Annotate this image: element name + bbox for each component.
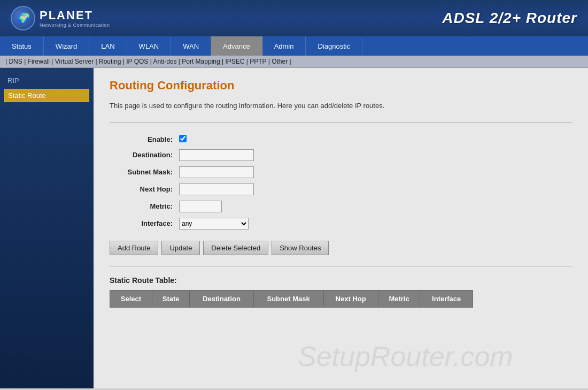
col-subnet-mask: Subnet Mask xyxy=(253,290,323,307)
subnav-ipqos[interactable]: IP QOS xyxy=(126,58,148,65)
watermark: SetupRouter.com xyxy=(298,340,513,372)
subnav-virtual-server[interactable]: Virtual Server xyxy=(55,58,94,65)
nav-admin[interactable]: Admin xyxy=(262,36,306,56)
subnav-other[interactable]: Other xyxy=(272,58,288,65)
header: 🌍 PLANET Networking & Communication ADSL… xyxy=(0,0,588,36)
metric-input[interactable] xyxy=(179,201,222,212)
subnav-firewall[interactable]: Firewall xyxy=(28,58,50,65)
main-nav: Status Wizard LAN WLAN WAN Advance Admin… xyxy=(0,36,588,56)
subnav-routing[interactable]: Routing xyxy=(99,58,121,65)
table-title: Static Route Table: xyxy=(110,276,572,285)
interface-label: Interface: xyxy=(110,215,179,232)
logo-text: PLANET Networking & Communication xyxy=(40,9,110,28)
sidebar: RIP Static Route xyxy=(0,68,94,388)
subnav-pptp[interactable]: PPTP xyxy=(250,58,266,65)
col-interface: Interface xyxy=(420,290,473,307)
update-button[interactable]: Update xyxy=(161,241,200,255)
col-select: Select xyxy=(110,290,152,307)
interface-select[interactable]: any LAN WAN WLAN xyxy=(179,218,249,230)
sub-nav: | DNS | Firewall | Virtual Server | Rout… xyxy=(0,56,588,68)
sidebar-item-static-route[interactable]: Static Route xyxy=(4,89,89,102)
destination-input[interactable] xyxy=(179,149,254,161)
subnet-mask-input[interactable] xyxy=(179,166,254,178)
form-row-destination: Destination: xyxy=(110,147,259,164)
logo-brand: PLANET xyxy=(40,9,110,22)
route-table: Select State Destination Subnet Mask Nex… xyxy=(110,290,473,308)
divider xyxy=(110,122,572,123)
nav-wlan[interactable]: WLAN xyxy=(127,36,172,56)
subnav-antidos[interactable]: Anti-dos xyxy=(153,58,176,65)
nav-advance[interactable]: Advance xyxy=(211,36,262,56)
content-wrapper: RIP Static Route Routing Configuration T… xyxy=(0,68,588,388)
nav-wizard[interactable]: Wizard xyxy=(44,36,89,56)
form-row-nexthop: Next Hop: xyxy=(110,181,259,198)
col-metric: Metric xyxy=(378,290,420,307)
main-content: Routing Configuration This page is used … xyxy=(94,68,588,388)
enable-label: Enable: xyxy=(110,132,179,147)
nav-status[interactable]: Status xyxy=(0,36,44,56)
button-row: Add Route Update Delete Selected Show Ro… xyxy=(110,241,572,255)
page-description: This page is used to configure the routi… xyxy=(110,101,572,111)
show-routes-button[interactable]: Show Routes xyxy=(272,241,329,255)
form-row-enable: Enable: xyxy=(110,132,259,147)
subnet-mask-label: Subnet Mask: xyxy=(110,164,179,181)
form-row-interface: Interface: any LAN WAN WLAN xyxy=(110,215,259,232)
metric-label: Metric: xyxy=(110,198,179,215)
col-next-hop: Next Hop xyxy=(323,290,378,307)
subnav-port-mapping[interactable]: Port Mapping xyxy=(182,58,220,65)
next-hop-input[interactable] xyxy=(179,183,254,195)
subnav-dns[interactable]: DNS xyxy=(9,58,22,65)
logo-tagline: Networking & Communication xyxy=(40,22,110,28)
col-destination: Destination xyxy=(190,290,253,307)
form-row-subnet: Subnet Mask: xyxy=(110,164,259,181)
subnav-ipsec[interactable]: IPSEC xyxy=(225,58,244,65)
logo-icon: 🌍 xyxy=(11,6,35,30)
col-state: State xyxy=(152,290,190,307)
logo-area: 🌍 PLANET Networking & Communication xyxy=(11,6,110,30)
enable-checkbox[interactable] xyxy=(179,135,187,142)
page-title: Routing Configuration xyxy=(110,79,572,93)
destination-label: Destination: xyxy=(110,147,179,164)
table-divider xyxy=(110,266,572,266)
nav-lan[interactable]: LAN xyxy=(89,36,127,56)
nav-wan[interactable]: WAN xyxy=(171,36,211,56)
routing-form: Enable: Destination: Subnet Mask: Next H… xyxy=(110,132,259,232)
add-route-button[interactable]: Add Route xyxy=(110,241,158,255)
sidebar-item-rip[interactable]: RIP xyxy=(0,73,94,88)
delete-selected-button[interactable]: Delete Selected xyxy=(203,241,268,255)
next-hop-label: Next Hop: xyxy=(110,181,179,198)
header-title: ADSL 2/2+ Router xyxy=(442,10,577,27)
nav-diagnostic[interactable]: Diagnostic xyxy=(306,36,362,56)
form-row-metric: Metric: xyxy=(110,198,259,215)
